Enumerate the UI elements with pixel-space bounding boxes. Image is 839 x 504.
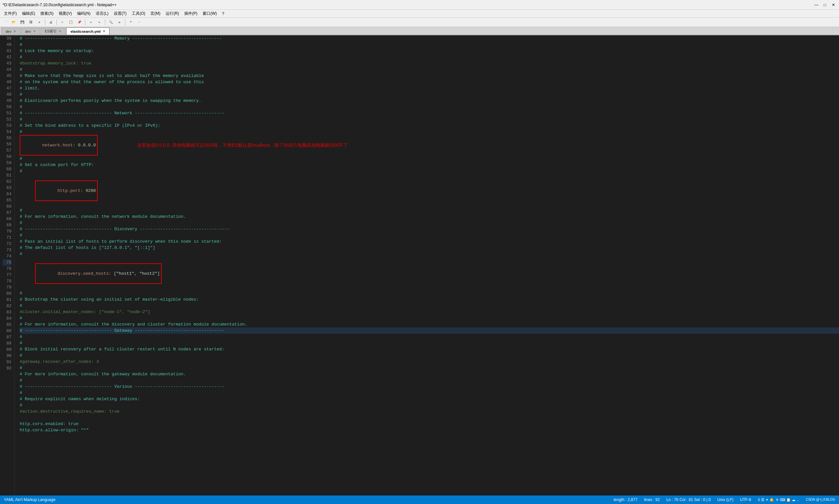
editor-area[interactable]: 39 40 41 42 43 44 45 46 47 48 49 50 51 5…	[0, 35, 839, 496]
menu-help[interactable]: ?	[219, 11, 227, 17]
menu-settings[interactable]: 设置(T)	[111, 10, 129, 17]
menu-edit[interactable]: 编辑(E)	[19, 10, 38, 17]
save-all-button[interactable]: 🖫	[27, 19, 35, 26]
code-line-78: # Block initial recovery after a full cl…	[20, 346, 839, 353]
status-left: YAML Ain't Markup Language	[4, 498, 55, 502]
code-line-77: #	[20, 340, 839, 346]
menu-window[interactable]: 窗口(W)	[200, 10, 219, 17]
copy-button[interactable]: 📋	[67, 19, 75, 26]
minimize-button[interactable]: —	[814, 2, 819, 8]
window-controls: — □ ✕	[814, 2, 836, 8]
menu-view[interactable]: 视图(V)	[56, 10, 74, 17]
code-line-44: #	[20, 67, 839, 73]
code-line-87: #	[20, 402, 839, 408]
menu-plugins[interactable]: 插件(P)	[182, 10, 200, 17]
tabs-bar: dev ✕ dev ✕ ES索引 ✕ elasticsearch.yml ✕	[0, 27, 839, 35]
toolbar-sep-5	[125, 19, 125, 25]
code-line-89	[20, 415, 839, 421]
code-line-64: #	[20, 232, 839, 238]
menu-tools[interactable]: 工具(O)	[129, 10, 148, 17]
code-line-56: #	[20, 156, 839, 162]
code-line-71: #	[20, 303, 839, 309]
tab-close-icon[interactable]: ✕	[59, 30, 61, 33]
redo-button[interactable]: ↪	[96, 19, 103, 26]
code-line-85: #	[20, 390, 839, 396]
tab-label: ES索引	[45, 29, 57, 34]
tab-label: dev	[25, 30, 31, 33]
toolbar-sep-1	[45, 19, 45, 25]
close-button-tb[interactable]: ✕	[35, 19, 43, 26]
network-host-key: network.host:	[42, 143, 78, 148]
code-line-61: # For more information, consult the netw…	[20, 214, 839, 220]
code-line-70: # Bootstrap the cluster using an initial…	[20, 296, 839, 303]
code-line-51: # ---------------------------------- Net…	[20, 110, 839, 116]
code-line-53: # Set the bind address to a specific IP …	[20, 123, 839, 129]
save-button[interactable]: 💾	[18, 19, 26, 26]
encoding-indicator: UTF-8	[740, 498, 751, 502]
cut-button[interactable]: ✂	[58, 19, 66, 26]
line-ending-indicator: Unix (LF)	[717, 498, 733, 502]
tab-elasticsearch-yml[interactable]: elasticsearch.yml ✕	[66, 28, 109, 35]
code-line-75: # ---------------------------------- Gat…	[20, 327, 839, 334]
code-line-73: #	[20, 315, 839, 321]
replace-button[interactable]: ⇌	[115, 19, 123, 26]
code-line-69: #	[20, 290, 839, 296]
menu-encode[interactable]: 编码(N)	[74, 10, 93, 17]
ime-indicator: S 英 ✦ 🔔 🖰 ⌨ 📋 ☁ ...	[758, 498, 799, 502]
code-line-41: # Lock the memory on startup:	[20, 48, 839, 54]
code-line-88: #action.destructive_requires_name: true	[20, 408, 839, 415]
tab-dev-1[interactable]: dev ✕	[1, 28, 20, 35]
code-line-54: #	[20, 129, 839, 135]
menu-search[interactable]: 搜索(S)	[38, 10, 56, 17]
menu-language[interactable]: 语言(L)	[93, 10, 111, 17]
open-button[interactable]: 📂	[10, 19, 18, 26]
code-line-79: #	[20, 353, 839, 359]
zoom-out-button[interactable]: -	[135, 19, 143, 26]
code-line-65: # Pass an initial list of hosts to perfo…	[20, 238, 839, 245]
title-bar: *D:\ES\elasticsearch-7.10.0\config\elast…	[0, 0, 839, 10]
undo-button[interactable]: ↩	[87, 19, 95, 26]
code-line-60: #	[20, 207, 839, 214]
code-content[interactable]: # ---------------------------------- Mem…	[14, 35, 839, 496]
tab-close-icon[interactable]: ✕	[103, 30, 105, 33]
language-indicator: YAML Ain't Markup Language	[4, 498, 55, 502]
code-line-58: #	[20, 168, 839, 174]
menu-macro[interactable]: 宏(M)	[148, 10, 163, 17]
toolbar-sep-4	[105, 19, 105, 25]
code-line-50: #	[20, 104, 839, 110]
paste-button[interactable]: 📌	[75, 19, 83, 26]
code-line-52: #	[20, 116, 839, 123]
date-indicator: CSDN @七月BLOG	[806, 498, 835, 502]
code-line-39: # ---------------------------------- Mem…	[20, 35, 839, 41]
tab-close-icon[interactable]: ✕	[14, 30, 16, 33]
toolbar-sep-2	[56, 19, 57, 25]
menu-run[interactable]: 运行(R)	[163, 10, 182, 17]
tab-es-index[interactable]: ES索引 ✕	[41, 28, 66, 35]
code-line-81: #	[20, 365, 839, 371]
http-port-value: 9200	[86, 188, 96, 193]
tab-dev-2[interactable]: dev ✕	[21, 28, 40, 35]
code-line-82: # For more information, consult the gate…	[20, 371, 839, 377]
code-line-76: #	[20, 334, 839, 340]
close-button[interactable]: ✕	[831, 2, 836, 8]
discovery-hosts-key: discovery.seed_hosts:	[57, 271, 114, 276]
zoom-in-button[interactable]: +	[127, 19, 135, 26]
find-button[interactable]: 🔍	[107, 19, 115, 26]
code-line-59: http.port: 9200	[20, 174, 839, 207]
code-line-90: http.cors.enabled: true	[20, 421, 839, 427]
code-line-57: # Set a custom port for HTTP:	[20, 162, 839, 168]
new-button[interactable]: 📄	[1, 19, 9, 26]
tab-close-icon[interactable]: ✕	[33, 30, 36, 33]
code-line-48: #	[20, 91, 839, 97]
print-button[interactable]: 🖨	[47, 19, 55, 26]
toolbar: 📄 📂 💾 🖫 ✕ 🖨 ✂ 📋 📌 ↩ ↪ 🔍 ⇌ + -	[0, 18, 839, 27]
discovery-hosts-value: ["host1", "host2"]	[114, 271, 160, 276]
code-line-40: #	[20, 41, 839, 48]
code-line-83: #	[20, 377, 839, 383]
menu-file[interactable]: 文件(F)	[1, 10, 19, 17]
maximize-button[interactable]: □	[822, 2, 828, 8]
code-line-92	[20, 433, 839, 439]
code-line-66: # The default list of hosts is ["127.0.0…	[20, 245, 839, 251]
tab-label: elasticsearch.yml	[70, 30, 101, 33]
code-line-45: # Make sure that the heap size is set to…	[20, 73, 839, 79]
